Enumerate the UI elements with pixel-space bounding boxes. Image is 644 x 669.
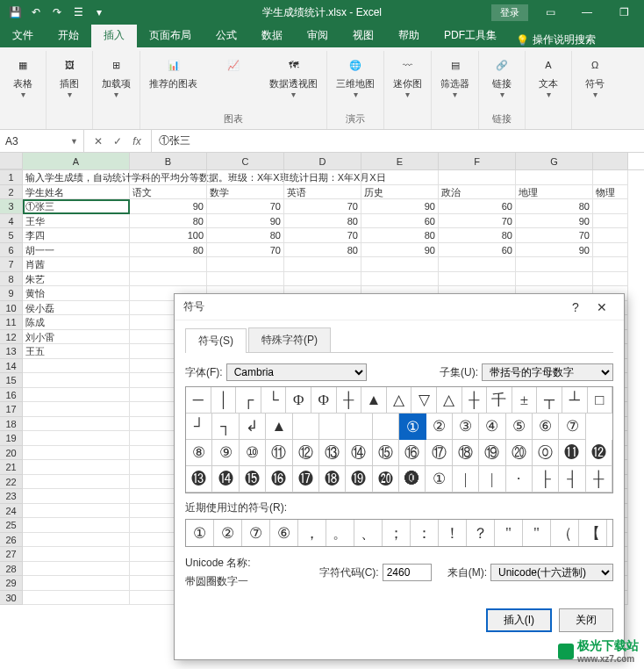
tab-symbols[interactable]: 符号(S) <box>185 328 247 353</box>
symbol-cell[interactable]: Φ <box>311 387 337 414</box>
name-box[interactable]: A3▼ <box>0 130 84 152</box>
recent-symbol[interactable]: " <box>523 520 551 546</box>
enter-formula-icon[interactable]: ✓ <box>111 135 125 147</box>
row-header[interactable]: 10 <box>0 301 23 316</box>
cell[interactable]: 60 <box>361 214 439 229</box>
symbol-cell[interactable]: ± <box>512 387 538 414</box>
symbol-cell[interactable]: △ <box>387 387 412 414</box>
symbol-cell[interactable]: ┴ <box>562 387 588 414</box>
row-header[interactable]: 21 <box>0 460 23 475</box>
cell[interactable]: 政治 <box>439 185 516 200</box>
symbol-cell[interactable] <box>346 414 372 440</box>
symbol-cell[interactable]: ┼ <box>462 387 488 414</box>
cell[interactable]: 70 <box>516 228 593 243</box>
symbol-cell[interactable]: ⓬ <box>586 440 612 466</box>
redo-icon[interactable]: ↷ <box>47 3 67 22</box>
cell[interactable]: 输入学生成绩，自动统计学科的平均分等数据。班级：X年X班统计日期：X年X月X日 <box>23 170 130 185</box>
symbol-cell[interactable]: ⑲ <box>479 440 505 466</box>
symbol-cell[interactable]: ⑧ <box>186 440 212 466</box>
cell[interactable] <box>439 170 516 185</box>
symbol-cell[interactable]: ⑳ <box>506 440 533 466</box>
cell[interactable]: 70 <box>207 199 284 214</box>
cell[interactable] <box>207 272 284 287</box>
row-header[interactable]: 17 <box>0 402 23 417</box>
tab-insert[interactable]: 插入 <box>91 24 137 47</box>
cell[interactable]: 80 <box>361 228 439 243</box>
symbol-cell[interactable]: · <box>506 466 533 493</box>
tab-data[interactable]: 数据 <box>249 24 295 47</box>
cell[interactable] <box>284 272 361 287</box>
cell[interactable] <box>130 257 207 272</box>
recent-symbol[interactable]: 【 <box>579 520 607 546</box>
symbol-cell[interactable]: ① <box>426 466 452 493</box>
symbol-cell[interactable]: └ <box>261 387 287 414</box>
undo-icon[interactable]: ↶ <box>26 3 46 22</box>
row-header[interactable]: 18 <box>0 417 23 432</box>
addins-button[interactable]: ⊞加载项▾ <box>98 53 134 101</box>
recent-symbol[interactable]: ！ <box>439 520 467 546</box>
symbol-cell[interactable]: ⑭ <box>346 440 372 466</box>
recent-symbol[interactable]: ？ <box>467 520 495 546</box>
cell[interactable] <box>284 170 361 185</box>
cell[interactable] <box>593 243 628 258</box>
cell[interactable]: 90 <box>130 199 207 214</box>
row-header[interactable]: 26 <box>0 533 23 548</box>
cell[interactable]: 王五 <box>23 344 130 359</box>
symbol-cell[interactable]: ④ <box>479 414 505 440</box>
row-header[interactable]: 28 <box>0 562 23 577</box>
cell[interactable] <box>593 170 628 185</box>
row-header[interactable]: 23 <box>0 489 23 504</box>
row-header[interactable]: 22 <box>0 475 23 490</box>
cell[interactable] <box>516 272 593 287</box>
cell[interactable] <box>23 417 130 432</box>
cell[interactable]: 60 <box>439 199 516 214</box>
symbol-cell[interactable]: ┤ <box>559 466 585 493</box>
tab-pdf[interactable]: PDF工具集 <box>432 24 509 47</box>
symbol-cell[interactable]: ⑬ <box>319 440 346 466</box>
from-select[interactable]: Unicode(十六进制) <box>490 564 613 581</box>
recent-symbol[interactable]: ② <box>214 520 242 546</box>
symbol-cell[interactable]: │ <box>211 387 237 414</box>
cell[interactable] <box>593 257 628 272</box>
cell[interactable] <box>23 533 130 548</box>
cell[interactable]: 胡一一 <box>23 243 130 258</box>
cell[interactable] <box>130 170 207 185</box>
touch-icon[interactable]: ☰ <box>68 3 88 22</box>
symbol-cell[interactable]: ⑦ <box>559 414 585 440</box>
symbol-cell[interactable]: ⑥ <box>533 414 559 440</box>
row-header[interactable]: 12 <box>0 330 23 345</box>
cell[interactable] <box>23 460 130 475</box>
cell[interactable]: 80 <box>284 243 361 258</box>
tables-button[interactable]: ▦表格▾ <box>5 53 40 101</box>
close-button[interactable]: 关闭 <box>559 608 613 632</box>
symbol-cell[interactable]: 千 <box>487 387 512 414</box>
symbol-cell[interactable] <box>373 414 399 440</box>
cell[interactable]: 80 <box>516 199 593 214</box>
cell[interactable]: 李四 <box>23 228 130 243</box>
cell[interactable]: 英语 <box>284 185 361 200</box>
chevron-down-icon[interactable]: ▼ <box>70 137 78 146</box>
row-header[interactable]: 15 <box>0 373 23 388</box>
row-header[interactable]: 27 <box>0 547 23 562</box>
cell[interactable] <box>593 272 628 287</box>
symbol-cell[interactable]: ⓫ <box>559 440 585 466</box>
cell[interactable] <box>23 446 130 461</box>
symbol-cell[interactable]: ⓱ <box>293 466 319 493</box>
symbol-cell[interactable]: ⑯ <box>399 440 426 466</box>
symbol-cell[interactable]: ⑰ <box>426 440 452 466</box>
cell[interactable] <box>361 272 439 287</box>
cell[interactable]: 历史 <box>361 185 439 200</box>
row-header[interactable]: 9 <box>0 286 23 301</box>
cell[interactable]: 朱艺 <box>23 272 130 287</box>
tab-review[interactable]: 审阅 <box>295 24 340 47</box>
symbol-cell[interactable]: | <box>479 466 505 493</box>
login-button[interactable]: 登录 <box>491 4 528 21</box>
cell[interactable]: 80 <box>130 243 207 258</box>
cell[interactable] <box>23 431 130 446</box>
symbol-cell[interactable]: ─ <box>186 387 211 414</box>
cell[interactable]: 数学 <box>207 185 284 200</box>
recent-symbol[interactable]: ， <box>298 520 326 546</box>
cell[interactable] <box>207 170 284 185</box>
symbol-cell[interactable]: ├ <box>533 466 559 493</box>
chart-gallery[interactable]: 📈 <box>203 53 264 101</box>
